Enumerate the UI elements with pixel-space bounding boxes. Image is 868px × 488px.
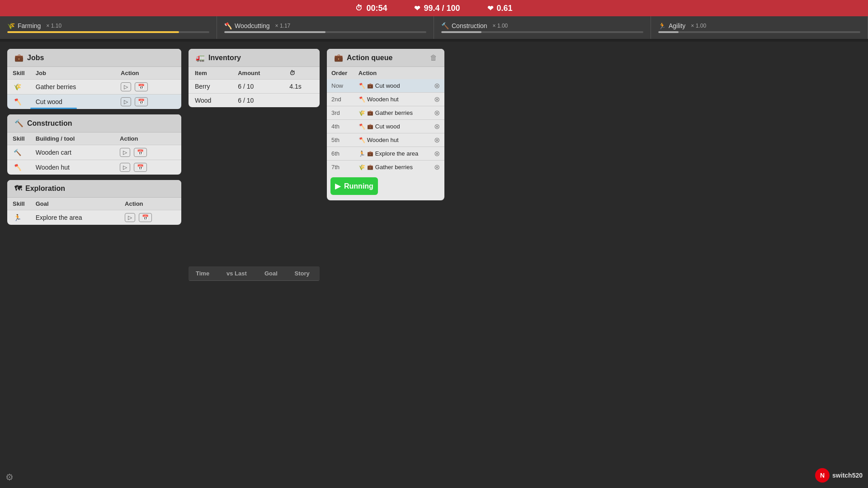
queue-cancel-button[interactable]: ⊗: [434, 136, 440, 144]
exp-play-button[interactable]: ▷: [125, 213, 135, 222]
queue-action-type-icon: 💼: [367, 110, 373, 116]
exploration-table: Skill Goal Action 🏃 Explore the area ▷ 📅: [7, 198, 181, 225]
inventory-row: Wood 6 / 10: [189, 94, 320, 108]
skill-tab-farming[interactable]: 🌾 Farming × 1.10: [0, 16, 217, 39]
skill-progress-bar: [7, 31, 209, 33]
skill-tab-construction[interactable]: 🔨 Construction × 1.00: [434, 16, 651, 39]
queue-cancel-cell: ⊗: [428, 133, 444, 147]
job-schedule-button[interactable]: 📅: [135, 97, 148, 106]
queue-cancel-button[interactable]: ⊗: [434, 163, 440, 171]
running-button[interactable]: ▶ Running: [330, 177, 378, 195]
health-value: 99.4 / 100: [424, 4, 460, 13]
settings-icon: ⚙: [5, 472, 14, 482]
exploration-icon: 🗺: [14, 185, 22, 193]
inventory-table: Item Amount ⏱ Berry 6 / 10 4.1s Wood 6 /…: [189, 67, 320, 107]
skill-name: Farming: [18, 22, 41, 29]
queue-skill-icon: 🪓: [359, 123, 365, 130]
main-layout: 💼 Jobs Skill Job Action 🌾 Gather berries: [0, 42, 868, 488]
queue-action-label: Cut wood: [375, 82, 400, 89]
clear-queue-button[interactable]: 🗑: [430, 54, 437, 62]
inv-time: [283, 94, 320, 108]
exp-skill-icon: 🏃: [7, 210, 30, 225]
middle-column: 🚛 Inventory Item Amount ⏱ Berry 6 / 10 4…: [189, 49, 320, 488]
con-actions: ▷ 📅: [114, 145, 181, 160]
job-name: Cut wood: [30, 95, 115, 109]
con-actions: ▷ 📅: [114, 160, 181, 175]
exp-col-skill: Skill: [7, 198, 30, 210]
hist-col-story: Story: [288, 266, 320, 281]
skill-progress-bar: [224, 31, 426, 33]
queue-skill-icon: 🪓: [359, 137, 365, 143]
con-play-button[interactable]: ▷: [120, 148, 130, 157]
heart2-value: 0.61: [497, 4, 513, 13]
skill-name: Construction: [452, 22, 487, 29]
job-schedule-button[interactable]: 📅: [135, 82, 148, 91]
queue-action-cell: 🏃 💼 Explore the area: [354, 147, 429, 161]
queue-table: Order Action Now 🪓 💼 Cut wood ⊗ 2nd: [327, 67, 444, 174]
queue-row: 7th 🌾 💼 Gather berries ⊗: [327, 161, 444, 174]
con-play-button[interactable]: ▷: [120, 163, 130, 172]
nintendo-logo: N: [815, 468, 830, 483]
queue-action-cell: 🪓 💼 Cut wood: [354, 79, 429, 93]
inventory-row: Berry 6 / 10 4.1s: [189, 80, 320, 94]
inv-col-time: ⏱: [283, 67, 320, 80]
action-queue-title: Action queue: [347, 54, 392, 62]
con-item-name: Wooden cart: [30, 145, 114, 160]
skill-multiplier: × 1.17: [275, 23, 291, 29]
action-queue-header: 💼 Action queue 🗑: [327, 49, 444, 67]
skills-bar: 🌾 Farming × 1.10 🪓 Woodcutting × 1.17 🔨 …: [0, 16, 868, 39]
skill-name: Agility: [669, 22, 685, 29]
queue-action-type-icon: 💼: [367, 123, 373, 129]
queue-action-type-icon: 💼: [367, 164, 373, 170]
running-icon: ▶: [335, 182, 340, 190]
skill-multiplier: × 1.00: [691, 23, 706, 29]
skill-multiplier: × 1.00: [493, 23, 508, 29]
queue-col-cancel-header: [428, 67, 444, 79]
action-queue-panel: 💼 Action queue 🗑 Order Action Now 🪓: [327, 49, 444, 200]
queue-order-label: 4th: [327, 120, 354, 133]
nintendo-label: switch520: [832, 472, 863, 479]
queue-action-cell: 🪓 Wooden hut: [354, 93, 429, 106]
queue-cancel-button[interactable]: ⊗: [434, 149, 440, 158]
queue-action-label: Explore the area: [375, 150, 418, 157]
history-panel: Time vs Last Goal Story: [189, 266, 320, 281]
queue-order-label: 5th: [327, 133, 354, 147]
exp-schedule-button[interactable]: 📅: [139, 213, 152, 222]
skill-tab-label: 🌾 Farming × 1.10: [7, 22, 209, 29]
queue-cancel-cell: ⊗: [428, 106, 444, 120]
queue-action-label: Gather berries: [375, 109, 413, 116]
queue-order-label: 6th: [327, 147, 354, 161]
con-schedule-button[interactable]: 📅: [134, 148, 147, 157]
queue-action-label: Wooden hut: [367, 137, 399, 143]
jobs-row: 🪓 Cut wood ▷ 📅: [7, 95, 181, 109]
job-play-button[interactable]: ▷: [121, 82, 131, 91]
skill-name: Woodcutting: [235, 22, 270, 29]
job-name: Gather berries: [30, 80, 115, 95]
job-skill-icon: 🌾: [7, 80, 30, 95]
skill-progress-fill: [441, 31, 481, 33]
skill-tab-woodcutting[interactable]: 🪓 Woodcutting × 1.17: [217, 16, 434, 39]
job-play-button[interactable]: ▷: [121, 97, 131, 106]
queue-cancel-button[interactable]: ⊗: [434, 95, 440, 104]
hist-col-time: Time: [189, 266, 219, 281]
queue-order-label: 2nd: [327, 93, 354, 106]
settings-button[interactable]: ⚙: [5, 472, 14, 483]
queue-row: 4th 🪓 💼 Cut wood ⊗: [327, 120, 444, 133]
running-label: Running: [344, 182, 373, 190]
construction-panel: 🔨 Construction Skill Building / tool Act…: [7, 114, 181, 175]
queue-cancel-button[interactable]: ⊗: [434, 109, 440, 117]
queue-order-label: 3rd: [327, 106, 354, 120]
skill-tab-agility[interactable]: 🏃 Agility × 1.00: [651, 16, 868, 39]
jobs-table: Skill Job Action 🌾 Gather berries ▷ 📅 🪓: [7, 67, 181, 109]
queue-action-label: Cut wood: [375, 123, 400, 130]
queue-order-label: Now: [327, 79, 354, 93]
con-schedule-button[interactable]: 📅: [134, 163, 147, 172]
inv-item-name: Wood: [189, 94, 231, 108]
queue-cancel-button[interactable]: ⊗: [434, 81, 440, 90]
jobs-row: 🌾 Gather berries ▷ 📅: [7, 80, 181, 95]
queue-cancel-button[interactable]: ⊗: [434, 122, 440, 131]
construction-row: 🔨 Wooden cart ▷ 📅: [7, 145, 181, 160]
queue-row: 3rd 🌾 💼 Gather berries ⊗: [327, 106, 444, 120]
queue-order-label: 7th: [327, 161, 354, 174]
right-column: 💼 Action queue 🗑 Order Action Now 🪓: [327, 49, 444, 488]
